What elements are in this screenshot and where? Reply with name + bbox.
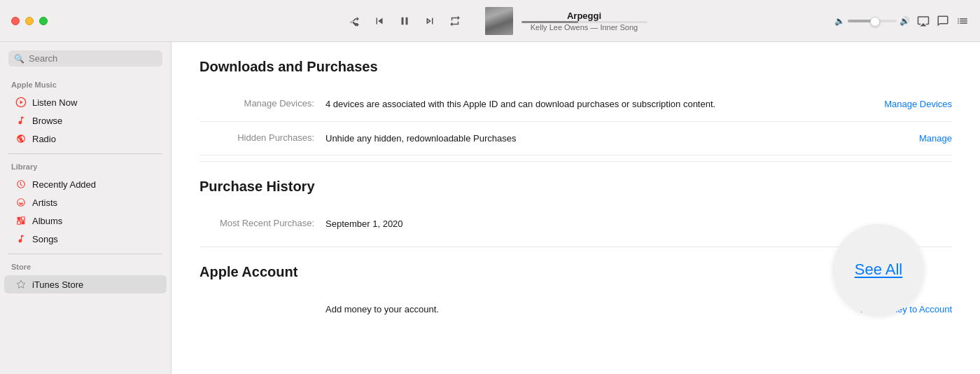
see-all-circle[interactable]: See All bbox=[833, 224, 924, 315]
svg-marker-7 bbox=[17, 280, 25, 288]
search-icon: 🔍 bbox=[14, 54, 24, 64]
add-money-value: Add money to your account. bbox=[326, 303, 812, 317]
sidebar-item-browse[interactable]: Browse bbox=[4, 111, 167, 130]
svg-marker-1 bbox=[20, 100, 23, 104]
shuffle-button[interactable] bbox=[345, 12, 363, 30]
album-art bbox=[485, 7, 513, 35]
sidebar-item-radio[interactable]: Radio bbox=[4, 130, 167, 148]
sidebar-item-songs[interactable]: Songs bbox=[4, 230, 167, 248]
browse-icon bbox=[15, 115, 27, 126]
content-area: Downloads and Purchases Manage Devices: … bbox=[172, 42, 980, 374]
sidebar-divider-1 bbox=[8, 153, 162, 154]
listen-now-icon bbox=[15, 97, 27, 108]
sidebar-item-label: Radio bbox=[32, 134, 56, 144]
svg-rect-6 bbox=[22, 221, 25, 225]
pause-button[interactable] bbox=[396, 12, 414, 30]
track-subtitle: Kelly Lee Owens — Inner Song bbox=[531, 23, 638, 32]
manage-devices-link[interactable]: Manage Devices bbox=[884, 99, 952, 109]
hidden-purchases-label: Hidden Purchases: bbox=[200, 132, 326, 143]
hidden-purchases-value: Unhide any hidden, redownloadable Purcha… bbox=[326, 132, 812, 146]
progress-bar[interactable] bbox=[522, 21, 648, 23]
sidebar-item-albums[interactable]: Albums bbox=[4, 212, 167, 230]
manage-devices-row: Manage Devices: 4 devices are associated… bbox=[200, 88, 952, 122]
hidden-purchases-row: Hidden Purchases: Unhide any hidden, red… bbox=[200, 122, 952, 156]
sidebar-section-store: Store bbox=[0, 260, 171, 275]
manage-devices-label: Manage Devices: bbox=[200, 97, 326, 109]
sidebar-item-label: Songs bbox=[32, 234, 58, 244]
titlebar: Arpeggi Kelly Lee Owens — Inner Song 🔈 🔊 bbox=[0, 0, 980, 42]
lyrics-button[interactable] bbox=[937, 15, 949, 27]
svg-rect-4 bbox=[22, 217, 25, 221]
main-layout: 🔍 Apple Music Listen Now Browse Radio bbox=[0, 42, 980, 374]
itunes-store-icon bbox=[15, 279, 27, 290]
section-sep-1 bbox=[200, 161, 952, 162]
sidebar-item-label: iTunes Store bbox=[32, 279, 83, 290]
minimize-button[interactable] bbox=[25, 17, 34, 25]
add-money-label bbox=[200, 303, 326, 303]
svg-rect-3 bbox=[18, 217, 21, 221]
sidebar-divider-2 bbox=[8, 254, 162, 254]
purchase-history-title: Purchase History bbox=[200, 179, 952, 195]
downloads-section-title: Downloads and Purchases bbox=[200, 59, 952, 75]
recently-added-icon bbox=[15, 179, 27, 190]
hidden-purchases-action[interactable]: Manage bbox=[812, 132, 952, 144]
titlebar-controls: Arpeggi Kelly Lee Owens — Inner Song bbox=[172, 7, 834, 35]
volume-high-icon: 🔊 bbox=[899, 16, 910, 26]
manage-hidden-link[interactable]: Manage bbox=[919, 133, 952, 144]
close-button[interactable] bbox=[11, 17, 20, 25]
sidebar-item-label: Albums bbox=[32, 216, 62, 226]
sidebar: 🔍 Apple Music Listen Now Browse Radio bbox=[0, 42, 172, 374]
songs-icon bbox=[15, 233, 27, 244]
track-text: Arpeggi Kelly Lee Owens — Inner Song bbox=[522, 11, 648, 32]
add-money-row: Add money to your account. Add Money to … bbox=[200, 293, 952, 326]
sidebar-item-label: Browse bbox=[32, 116, 62, 126]
volume-control[interactable]: 🔈 🔊 bbox=[834, 16, 910, 26]
most-recent-purchase-row: Most Recent Purchase: September 1, 2020 bbox=[200, 207, 952, 241]
purchase-history-section: Purchase History Most Recent Purchase: S… bbox=[200, 179, 952, 241]
most-recent-label: Most Recent Purchase: bbox=[200, 217, 326, 228]
sidebar-section-library: Library bbox=[0, 160, 171, 175]
sidebar-section-apple-music: Apple Music bbox=[0, 78, 171, 93]
svg-rect-5 bbox=[18, 221, 21, 225]
airplay-button[interactable] bbox=[917, 15, 930, 27]
track-title: Arpeggi bbox=[567, 11, 601, 21]
sidebar-item-listen-now[interactable]: Listen Now bbox=[4, 93, 167, 111]
sidebar-item-label: Listen Now bbox=[32, 97, 77, 108]
sidebar-item-artists[interactable]: Artists bbox=[4, 193, 167, 212]
repeat-button[interactable] bbox=[446, 12, 464, 30]
volume-low-icon: 🔈 bbox=[834, 16, 845, 26]
sidebar-item-label: Artists bbox=[32, 198, 57, 208]
search-input[interactable] bbox=[29, 53, 157, 64]
artists-icon bbox=[15, 197, 27, 208]
titlebar-right: 🔈 🔊 bbox=[834, 15, 980, 27]
sidebar-item-itunes-store[interactable]: iTunes Store bbox=[4, 275, 167, 293]
sidebar-item-label: Recently Added bbox=[32, 179, 96, 190]
maximize-button[interactable] bbox=[39, 17, 48, 25]
now-playing-area: Arpeggi Kelly Lee Owens — Inner Song bbox=[485, 7, 648, 35]
radio-icon bbox=[15, 133, 27, 144]
manage-devices-value: 4 devices are associated with this Apple… bbox=[326, 97, 812, 111]
queue-button[interactable] bbox=[956, 15, 969, 27]
most-recent-value: September 1, 2020 bbox=[326, 217, 742, 231]
rewind-button[interactable] bbox=[370, 12, 388, 30]
albums-icon bbox=[15, 215, 27, 226]
titlebar-left bbox=[0, 17, 172, 25]
see-all-text[interactable]: See All bbox=[855, 261, 903, 279]
manage-devices-action[interactable]: Manage Devices bbox=[812, 97, 952, 110]
forward-button[interactable] bbox=[421, 12, 439, 30]
sidebar-item-recently-added[interactable]: Recently Added bbox=[4, 175, 167, 193]
search-bar[interactable]: 🔍 bbox=[8, 50, 162, 67]
volume-slider[interactable] bbox=[848, 20, 897, 22]
